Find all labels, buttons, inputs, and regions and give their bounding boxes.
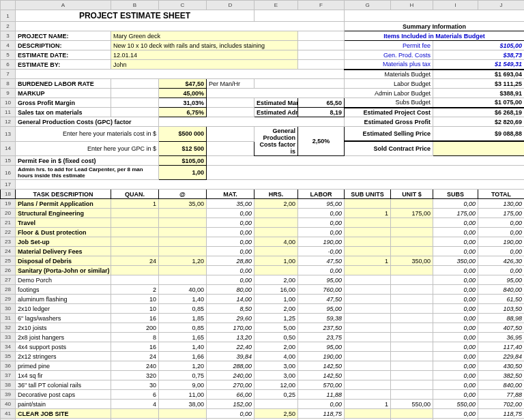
table-row[interactable]: 34 4x4 support posts 16 1,40 22,40 2,00 … xyxy=(1,342,525,352)
project-name-label: PROJECT NAME: xyxy=(16,31,111,41)
estimate-by-label: ESTIMATE BY: xyxy=(16,60,111,70)
permit-fee-label: Permit Fee in $ (fixed cost) xyxy=(16,156,159,166)
table-row[interactable]: 26 Sanitary (Porta-John or similar) 0,00… xyxy=(1,266,525,275)
table-row[interactable]: 22 Floor & Dust protection 0,00 0,00 0,0… xyxy=(1,228,525,237)
project-name[interactable]: Mary Green deck xyxy=(111,31,298,41)
summary-mat-budget: $1 693,04 xyxy=(433,70,525,79)
gpc-factor: 2,50% xyxy=(298,127,345,156)
summary-subs-budget: $1 075,00 xyxy=(433,98,525,108)
table-row[interactable]: 28 footings 2 40,00 80,00 16,00 760,00 0… xyxy=(1,285,525,295)
sheet-title: PROJECT ESTIMATE SHEET xyxy=(16,10,254,22)
table-row[interactable]: 29 aluminum flashing 10 1,40 14,00 1,00 … xyxy=(1,295,525,304)
gpc-cost-label: Enter here your GPC in $ xyxy=(16,141,159,156)
summary-included-header: Items Included in Materials Budget xyxy=(345,31,525,41)
summary-sold-contract[interactable] xyxy=(433,141,525,156)
markup[interactable]: 45,00% xyxy=(159,89,207,98)
estimate-date[interactable]: 12.01.14 xyxy=(111,50,298,60)
table-row[interactable]: 32 2x10 joists 200 0,85 170,00 5,00 237,… xyxy=(1,323,525,333)
spreadsheet[interactable]: ABCDEFGHIJ 1PROJECT ESTIMATE SHEET 2Summ… xyxy=(0,0,524,420)
table-row[interactable]: 36 primed pine 240 1,20 288,00 3,00 142,… xyxy=(1,361,525,371)
gpc-label: General Production Costs (GPC) factor xyxy=(16,117,159,127)
gpc-factor-label: General Production Costs factor is xyxy=(254,127,298,156)
summary-est-gross-profit: $2 820,69 xyxy=(433,117,525,127)
table-row[interactable]: 20 Structural Engineering 0,00 0,00 1 17… xyxy=(1,209,525,218)
column-headers: ABCDEFGHIJ xyxy=(1,1,525,10)
admin-hrs[interactable]: 1,00 xyxy=(159,166,207,180)
description[interactable]: New 10 x 10 deck with rails and stairs, … xyxy=(111,41,298,50)
table-row[interactable]: 33 2x8 joist hangers 8 1,65 13,20 0,50 2… xyxy=(1,333,525,342)
table-row[interactable]: 23 Job Set-up 0,00 4,00 190,00 0,00 190,… xyxy=(1,237,525,247)
table-row[interactable]: 39 Decorative post caps 6 11,00 66,00 0,… xyxy=(1,390,525,400)
table-row[interactable]: 25 Disposal of Debris 24 1,20 28,80 1,00… xyxy=(1,256,525,266)
sales-tax-label: Sales tax on materials xyxy=(16,108,111,117)
permit-fee-input[interactable]: $105,00 xyxy=(159,156,207,166)
table-row[interactable]: 21 Travel 0,00 0,00 0,00 0,00 xyxy=(1,218,525,228)
admin-hrs-label: Admin hrs. to add for Lead Carpenter, pe… xyxy=(16,166,159,180)
table-row[interactable]: 24 Material Delivery Fees 0,00 -0,00 0,0… xyxy=(1,247,525,256)
summary-est-proj-cost: $6 268,19 xyxy=(433,108,525,117)
table-header-row: 18 TASK DESCRIPTIONQUAN.@MAT.HRS.LABORSU… xyxy=(1,190,525,199)
summary-labor-budget: $3 111,25 xyxy=(433,79,525,89)
est-man-hours: 65,50 xyxy=(298,98,345,108)
sales-tax[interactable]: 6,75% xyxy=(159,108,207,117)
table-row[interactable]: 37 1x4 sq fir 320 0,75 240,00 3,00 142,5… xyxy=(1,371,525,380)
estimate-by[interactable]: John xyxy=(111,60,298,70)
burdened-labor-label: BURDENED LABOR RATE xyxy=(16,79,111,89)
est-admin-hours-label: Estimated Admin Hours xyxy=(254,108,298,117)
table-row[interactable]: 30 2x10 ledger 10 0,85 8,50 2,00 95,00 0… xyxy=(1,304,525,314)
summary-permit-fee: $105,00 xyxy=(433,41,525,50)
gross-margin: 31,03% xyxy=(159,98,207,108)
summary-mat-plus-tax: $1 549,31 xyxy=(433,60,525,70)
summary-admin-labor: $388,91 xyxy=(433,89,525,98)
summary-gen-prod: $38,73 xyxy=(433,50,525,60)
table-row[interactable]: 27 Demo Porch 0,00 2,00 95,00 0,00 95,00 xyxy=(1,275,525,285)
mat-cost[interactable]: $500 000 xyxy=(159,127,207,142)
table-row[interactable]: 38 36" tall PT colonial rails 30 9,00 27… xyxy=(1,380,525,390)
table-row[interactable]: 41 CLEAR JOB SITE 0,00 2,50 118,75 0,00 … xyxy=(1,409,525,419)
table-row[interactable]: 35 2x12 stringers 24 1,66 39,84 4,00 190… xyxy=(1,352,525,361)
estimate-date-label: ESTIMATE DATE: xyxy=(16,50,111,60)
description-label: DESCRIPTION: xyxy=(16,41,111,50)
gpc-cost[interactable]: $12 500 xyxy=(159,141,207,156)
summary-header: Summary Information xyxy=(345,22,525,31)
est-man-hours-label: Estimated Man Hours xyxy=(254,98,298,108)
est-admin-hours: 8,19 xyxy=(298,108,345,117)
markup-label: MARKUP xyxy=(16,89,111,98)
mat-cost-label: Enter here your materials cost in $ xyxy=(16,127,159,142)
burdened-labor-rate[interactable]: $47,50 xyxy=(159,79,207,89)
table-row[interactable]: 19 Plans / Permit Application 1 35,00 35… xyxy=(1,199,525,209)
table-row[interactable]: 31 6" lags/washers 16 1,85 29,60 1,25 59… xyxy=(1,314,525,323)
table-row[interactable]: 40 paint/stain 4 38,00 152,00 0,00 1 550… xyxy=(1,400,525,409)
summary-est-selling: $9 088,88 xyxy=(433,127,525,142)
gross-margin-label: Gross Profit Margin xyxy=(16,98,111,108)
